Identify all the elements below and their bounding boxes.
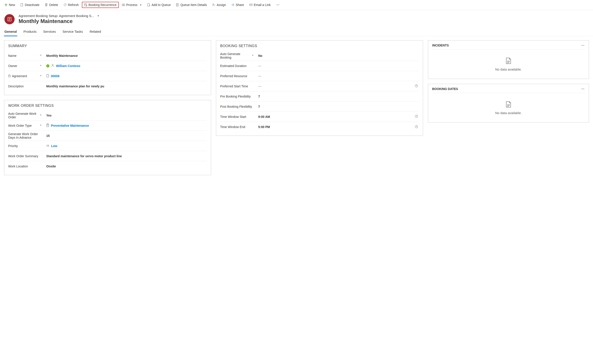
svg-rect-11 bbox=[8, 76, 10, 77]
field-estimated-duration[interactable]: Estimated Duration --- bbox=[220, 61, 419, 71]
booking-recurrence-button[interactable]: Booking Recurrence bbox=[82, 2, 119, 8]
field-label: Time Window End bbox=[220, 125, 256, 129]
add-to-queue-label: Add to Queue bbox=[152, 3, 171, 7]
field-time-window-start[interactable]: Time Window Start 9:00 AM bbox=[220, 112, 419, 122]
wo-type-link[interactable]: Preventative Maintenance bbox=[51, 124, 89, 127]
field-preferred-start-time[interactable]: Preferred Start Time --- bbox=[220, 81, 419, 91]
deactivate-button[interactable]: Deactivate bbox=[18, 2, 42, 8]
process-button[interactable]: Process ▼ bbox=[120, 2, 144, 8]
queue-item-details-button[interactable]: Queue Item Details bbox=[174, 2, 209, 8]
panel-more-button[interactable]: ⋯ bbox=[581, 87, 585, 91]
delete-button[interactable]: Delete bbox=[42, 2, 60, 8]
field-value: 00006 bbox=[44, 74, 207, 78]
field-days-advance[interactable]: Generate Work Order Days In Advance 15 bbox=[8, 131, 207, 141]
no-data-state: No data available. bbox=[432, 97, 585, 119]
field-value: --- bbox=[256, 84, 419, 88]
email-link-button[interactable]: Email a Link bbox=[247, 2, 273, 8]
presence-available-icon: ✓ bbox=[46, 64, 49, 67]
page-title: Monthly Maintenance bbox=[19, 18, 99, 24]
assign-icon bbox=[212, 3, 215, 6]
document-icon bbox=[46, 74, 49, 78]
agreement-link[interactable]: 00006 bbox=[51, 74, 59, 78]
document-empty-icon bbox=[506, 58, 511, 65]
record-header: Agreement Booking Setup: Agreement Booki… bbox=[0, 10, 593, 27]
field-label: Description bbox=[8, 84, 44, 88]
field-label: Auto Generate Work Order * bbox=[8, 112, 44, 119]
wo-settings-title: WORK ORDER SETTINGS bbox=[8, 104, 207, 108]
field-auto-generate-wo[interactable]: Auto Generate Work Order * Yes bbox=[8, 110, 207, 121]
incidents-title: INCIDENTS bbox=[432, 44, 449, 47]
svg-point-7 bbox=[213, 4, 214, 5]
refresh-button[interactable]: Refresh bbox=[61, 2, 81, 8]
field-value: 5:00 PM bbox=[256, 125, 419, 129]
calendar-recurrence-icon bbox=[84, 3, 87, 6]
work-order-settings-card: WORK ORDER SETTINGS Auto Generate Work O… bbox=[4, 100, 211, 175]
field-owner[interactable]: Owner * ✓ William Contoso bbox=[8, 61, 207, 71]
assign-button[interactable]: Assign bbox=[210, 2, 228, 8]
person-icon bbox=[51, 64, 54, 68]
deactivate-icon bbox=[20, 3, 23, 6]
field-label: Work Order Type * bbox=[8, 124, 44, 127]
panel-header: INCIDENTS ⋯ bbox=[432, 44, 585, 47]
field-priority[interactable]: Priority Low bbox=[8, 141, 207, 151]
tab-services[interactable]: Services bbox=[43, 27, 56, 36]
panel-more-button[interactable]: ⋯ bbox=[581, 44, 585, 47]
share-button[interactable]: Share bbox=[229, 2, 246, 8]
field-label: Preferred Start Time bbox=[220, 84, 256, 88]
field-value: Onsite bbox=[44, 164, 207, 168]
field-auto-generate-booking[interactable]: Auto Generate Booking * No bbox=[220, 51, 419, 61]
plus-icon bbox=[4, 3, 7, 6]
tab-products[interactable]: Products bbox=[23, 27, 37, 36]
required-indicator: * bbox=[252, 54, 253, 58]
new-button[interactable]: New bbox=[2, 2, 17, 8]
tab-service-tasks[interactable]: Service Tasks bbox=[62, 27, 83, 36]
tab-related[interactable]: Related bbox=[89, 27, 102, 36]
field-work-location[interactable]: Work Location Onsite bbox=[8, 161, 207, 171]
field-pre-flexibility[interactable]: Pre Booking Flexibility 7 bbox=[220, 91, 419, 102]
no-data-state: No data available. bbox=[432, 53, 585, 76]
clipboard-icon bbox=[46, 124, 49, 128]
field-agreement[interactable]: Agreement * 00006 bbox=[8, 71, 207, 81]
priority-low-icon bbox=[46, 144, 49, 148]
field-time-window-end[interactable]: Time Window End 5:00 PM bbox=[220, 122, 419, 132]
queue-details-icon bbox=[176, 3, 179, 6]
field-value: No bbox=[256, 54, 419, 58]
field-wo-type[interactable]: Work Order Type * Preventative Maintenan… bbox=[8, 121, 207, 131]
field-description[interactable]: Description Monthly maintenance plan for… bbox=[8, 81, 207, 91]
tab-general[interactable]: General bbox=[4, 27, 17, 36]
field-value: ✓ William Contoso bbox=[44, 64, 207, 68]
svg-rect-5 bbox=[148, 4, 150, 6]
field-wo-summary[interactable]: Work Order Summary Standard maintenance … bbox=[8, 151, 207, 161]
field-value: 15 bbox=[44, 134, 207, 137]
lock-icon bbox=[8, 74, 11, 78]
owner-link[interactable]: William Contoso bbox=[56, 64, 80, 68]
incidents-panel: INCIDENTS ⋯ No data available. bbox=[428, 40, 589, 79]
clock-icon bbox=[415, 125, 419, 129]
field-label: Estimated Duration bbox=[220, 64, 256, 68]
record-entity-icon bbox=[4, 14, 15, 24]
priority-link[interactable]: Low bbox=[51, 144, 57, 148]
field-label: Post Booking Flexibility bbox=[220, 105, 256, 108]
summary-title: SUMMARY bbox=[8, 44, 207, 48]
booking-settings-title: BOOKING SETTINGS bbox=[220, 44, 419, 48]
svg-rect-4 bbox=[124, 4, 125, 6]
queue-add-icon bbox=[147, 3, 150, 6]
field-post-flexibility[interactable]: Post Booking Flexibility 7 bbox=[220, 102, 419, 112]
field-value: Yes bbox=[44, 114, 207, 117]
field-label: Priority bbox=[8, 144, 44, 148]
required-indicator: * bbox=[40, 54, 41, 58]
trash-icon bbox=[45, 3, 48, 6]
no-data-text: No data available. bbox=[495, 111, 522, 115]
svg-rect-3 bbox=[122, 4, 123, 6]
more-commands-button[interactable]: ⋯ bbox=[274, 2, 283, 8]
panel-header: BOOKING DATES ⋯ bbox=[432, 87, 585, 91]
delete-label: Delete bbox=[49, 3, 58, 7]
field-preferred-resource[interactable]: Preferred Resource --- bbox=[220, 71, 419, 81]
svg-point-10 bbox=[52, 64, 53, 65]
divider bbox=[432, 49, 585, 50]
required-indicator: * bbox=[40, 124, 41, 127]
field-name[interactable]: Name * Monthly Maintenance bbox=[8, 51, 207, 61]
add-to-queue-button[interactable]: Add to Queue bbox=[145, 2, 173, 8]
breadcrumb[interactable]: Agreement Booking Setup: Agreement Booki… bbox=[19, 14, 99, 18]
breadcrumb-text: Agreement Booking Setup: Agreement Booki… bbox=[19, 14, 94, 18]
